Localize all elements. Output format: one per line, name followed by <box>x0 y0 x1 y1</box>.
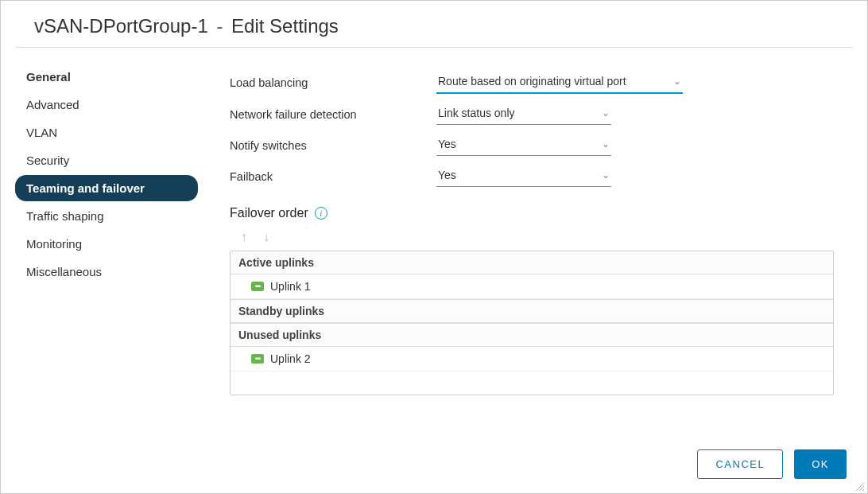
failover-order-title: Failover order i <box>230 206 834 220</box>
nic-icon <box>251 282 264 291</box>
uplink-name: Uplink 1 <box>270 280 311 293</box>
title-separator: - <box>216 15 223 37</box>
sidebar-item-security[interactable]: Security <box>15 147 198 173</box>
group-active-uplinks: Active uplinks <box>231 251 833 274</box>
cancel-button[interactable]: CANCEL <box>697 449 783 479</box>
label-failure-detection: Network failure detection <box>230 108 436 121</box>
failover-order-list[interactable]: Active uplinks Uplink 1 Standby uplinks … <box>230 251 834 395</box>
uplink-row[interactable]: Uplink 2 <box>231 347 833 371</box>
group-unused-uplinks: Unused uplinks <box>231 323 833 347</box>
sidebar-item-traffic-shaping[interactable]: Traffic shaping <box>15 203 198 229</box>
edit-settings-dialog: vSAN-DPortGroup-1 - Edit Settings Genera… <box>0 0 868 494</box>
resize-handle-icon[interactable] <box>854 480 866 492</box>
sidebar-item-advanced[interactable]: Advanced <box>15 91 198 118</box>
dropdown-load-balancing[interactable]: Route based on originating virtual port … <box>436 72 683 94</box>
label-notify-switches: Notify switches <box>230 139 436 152</box>
info-icon[interactable]: i <box>315 207 327 220</box>
dropdown-failback[interactable]: Yes ⌄ <box>436 165 611 187</box>
sidebar-item-general[interactable]: General <box>15 64 198 90</box>
dropdown-failure-detection[interactable]: Link status only ⌄ <box>436 103 611 125</box>
svg-line-2 <box>862 489 864 491</box>
move-down-icon[interactable]: ↓ <box>263 230 269 244</box>
dropdown-value: Link status only <box>438 107 515 119</box>
uplink-row[interactable]: Uplink 1 <box>231 274 833 299</box>
sidebar: General Advanced VLAN Security Teaming a… <box>15 57 198 395</box>
label-load-balancing: Load balancing <box>230 76 436 89</box>
dropdown-notify-switches[interactable]: Yes ⌄ <box>436 134 611 156</box>
dialog-title: vSAN-DPortGroup-1 - Edit Settings <box>15 1 853 48</box>
sidebar-item-miscellaneous[interactable]: Miscellaneous <box>15 259 198 285</box>
content-panel: Load balancing Route based on originatin… <box>198 57 853 395</box>
dropdown-value: Yes <box>438 138 456 150</box>
chevron-down-icon: ⌄ <box>602 107 610 119</box>
reorder-controls: ↑ ↓ <box>230 227 834 251</box>
dialog-footer: CANCEL OK <box>697 449 847 479</box>
sidebar-item-vlan[interactable]: VLAN <box>15 119 198 146</box>
sidebar-item-teaming-failover[interactable]: Teaming and failover <box>15 175 198 201</box>
uplink-name: Uplink 2 <box>270 352 311 365</box>
title-object-name: vSAN-DPortGroup-1 <box>34 15 208 37</box>
title-action: Edit Settings <box>231 15 339 37</box>
group-standby-uplinks: Standby uplinks <box>231 299 833 323</box>
sidebar-item-monitoring[interactable]: Monitoring <box>15 231 198 257</box>
dialog-body: General Advanced VLAN Security Teaming a… <box>1 48 867 395</box>
nic-icon <box>251 354 264 364</box>
label-failback: Failback <box>230 170 436 183</box>
dropdown-value: Route based on originating virtual port <box>438 75 626 88</box>
chevron-down-icon: ⌄ <box>602 138 610 150</box>
chevron-down-icon: ⌄ <box>602 169 610 181</box>
dropdown-value: Yes <box>438 169 456 181</box>
move-up-icon[interactable]: ↑ <box>241 230 247 244</box>
chevron-down-icon: ⌄ <box>673 76 681 87</box>
ok-button[interactable]: OK <box>794 449 847 479</box>
failover-order-label: Failover order <box>230 206 308 220</box>
